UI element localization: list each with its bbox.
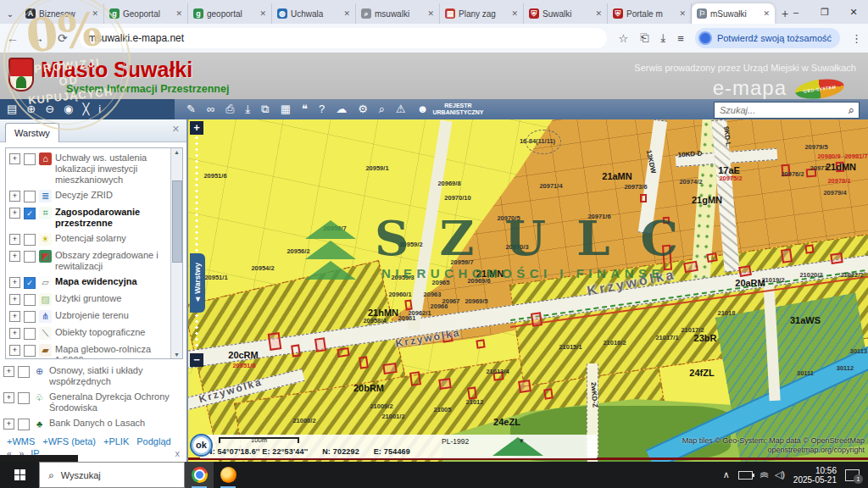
close-button[interactable]: ✕ <box>839 0 868 24</box>
coordinates-pin-icon[interactable]: ⤓ <box>246 99 251 119</box>
tab-close-icon[interactable]: ✕ <box>679 9 686 18</box>
tab-close-icon[interactable]: ✕ <box>763 9 770 18</box>
expander-icon[interactable]: + <box>3 419 14 430</box>
zoom-in-icon[interactable]: ⊕ <box>26 99 36 119</box>
identity-confirmation-pill[interactable]: Potwierdź swoją tożsamość <box>695 28 840 48</box>
browser-tab-0[interactable]: ABiznesow✕ <box>20 3 104 24</box>
playlist-icon[interactable]: ≡ <box>677 32 684 45</box>
reload-icon[interactable]: ⟳ <box>58 31 68 45</box>
zoom-out-button[interactable]: − <box>190 353 203 367</box>
rejestr-urbanistyczny-button[interactable]: REJESTRURBANISTYCZNY <box>428 103 487 116</box>
copy-view-icon[interactable]: ⧉ <box>261 99 269 119</box>
panel-close-icon[interactable]: ✕ <box>172 124 180 135</box>
taskbar-search[interactable]: ⌕ Wyszukaj <box>39 462 185 488</box>
browser-tab-5[interactable]: ▤Plany zag✕ <box>440 3 524 24</box>
tab-close-icon[interactable]: ✕ <box>175 9 182 18</box>
tab-close-icon[interactable]: ✕ <box>259 9 266 18</box>
search-parcel-icon[interactable]: ⌕ <box>379 99 385 119</box>
taskbar-chrome-icon[interactable] <box>185 462 214 488</box>
taskbar-firefox-icon[interactable] <box>214 462 242 488</box>
tab-warstwy[interactable]: Warstwy <box>5 123 59 142</box>
browser-menu-icon[interactable]: ⋮ <box>851 32 862 45</box>
minimize-button[interactable]: – <box>782 0 810 24</box>
zoom-out-icon[interactable]: ⊖ <box>45 99 54 119</box>
map-search-input[interactable] <box>715 105 849 115</box>
browser-tab-3[interactable]: ◍Uchwala✕ <box>272 3 356 24</box>
settings-icon[interactable]: ⚙ <box>358 99 368 119</box>
footer-link-2[interactable]: +PLIK <box>103 436 129 446</box>
tray-chevron-icon[interactable]: ∧ <box>723 469 730 480</box>
previous-view-icon[interactable]: ╳ <box>82 99 89 119</box>
footer-link-1[interactable]: +WFS (beta) <box>42 436 96 446</box>
bookmark-star-icon[interactable]: ☆ <box>618 32 628 45</box>
layout-panels-icon[interactable]: ▦ <box>281 99 291 119</box>
tab-close-icon[interactable]: ✕ <box>511 9 518 18</box>
forward-icon[interactable]: → <box>32 31 44 45</box>
expander-icon[interactable]: + <box>9 328 20 339</box>
browser-tab-1[interactable]: gGeoportal✕ <box>104 3 188 24</box>
expander-icon[interactable]: + <box>9 191 20 202</box>
layer-checkbox[interactable] <box>24 345 36 357</box>
scroll-up-icon[interactable]: ▲ <box>171 149 182 155</box>
panel-collapse-tab[interactable]: ◄ Warstwy <box>190 253 205 313</box>
expander-icon[interactable]: + <box>9 153 20 164</box>
expander-icon[interactable]: + <box>9 294 20 305</box>
feedback-bubble-icon[interactable]: ❝ <box>302 99 308 119</box>
map-search-box[interactable]: ⌕ <box>714 102 860 119</box>
browser-tab-4[interactable]: ⌕msuwalki✕ <box>356 3 440 24</box>
url-field[interactable]: msuwalki.e-mapa.net <box>80 28 608 48</box>
alerts-icon[interactable]: ⚠ <box>396 99 406 119</box>
restore-button[interactable]: ❐ <box>810 0 839 24</box>
map-viewport[interactable]: 20959/120951/620969/820970/1020970/52097… <box>188 119 868 462</box>
expander-icon[interactable]: + <box>3 392 14 403</box>
print-icon[interactable]: ⎙ <box>225 99 234 119</box>
expander-icon[interactable]: + <box>9 345 20 356</box>
layer-checkbox[interactable] <box>18 392 30 404</box>
ok-button[interactable]: ok <box>190 434 213 457</box>
footer-link-3[interactable]: Podgląd <box>136 436 170 446</box>
layer-checkbox[interactable] <box>24 234 36 246</box>
zoom-slider-track[interactable] <box>190 135 203 353</box>
layer-checkbox[interactable] <box>24 311 36 323</box>
taskbar-clock[interactable]: 10:562025-05-21 <box>793 466 837 485</box>
wifi-icon[interactable]: ))) <box>760 473 768 478</box>
measure-icon[interactable]: ✎ <box>186 99 196 119</box>
search-icon[interactable]: ⌕ <box>849 103 854 117</box>
tab-close-icon[interactable]: ✕ <box>427 9 434 18</box>
zoom-in-button[interactable]: + <box>190 121 203 135</box>
layer-checkbox[interactable] <box>24 294 36 306</box>
layer-checkbox[interactable] <box>24 328 36 340</box>
layer-checkbox[interactable] <box>18 366 30 378</box>
footer-link-0[interactable]: +WMS <box>7 436 35 446</box>
battery-icon[interactable] <box>738 471 753 480</box>
browser-tab-6[interactable]: ⛨Suwalki✕ <box>524 3 608 24</box>
layer-checkbox[interactable] <box>24 251 36 263</box>
scrollbar-thumb[interactable] <box>172 180 182 263</box>
layer-checkbox[interactable]: ✓ <box>24 277 36 289</box>
layer-checkbox[interactable] <box>24 153 36 165</box>
crs-selector[interactable]: PL-1992▼ <box>442 437 469 446</box>
link-icon[interactable]: ∞ <box>207 99 214 119</box>
layer-checkbox[interactable] <box>24 191 36 202</box>
expander-icon[interactable]: + <box>9 208 20 219</box>
expander-icon[interactable]: + <box>9 234 20 245</box>
full-extent-icon[interactable]: ◉ <box>64 99 73 119</box>
osm-copyright-link[interactable]: openstreetmap.org/copyright <box>682 446 865 455</box>
notification-center-icon[interactable]: 1 <box>845 469 860 481</box>
speaker-icon[interactable]: ◁) <box>775 469 785 480</box>
info-icon[interactable]: i <box>98 99 101 119</box>
expander-icon[interactable]: + <box>9 277 20 288</box>
layer-checkbox[interactable] <box>18 419 30 430</box>
tab-close-icon[interactable]: ✕ <box>92 9 98 18</box>
layers-icon[interactable]: ▤ <box>7 99 17 119</box>
discussion-icon[interactable]: ☻ <box>417 99 429 119</box>
expander-icon[interactable]: + <box>3 366 14 377</box>
expander-icon[interactable]: + <box>9 311 20 322</box>
side-panel-icon[interactable]: ⎗ <box>640 31 648 45</box>
back-icon[interactable]: ← <box>7 31 19 45</box>
layer-checkbox[interactable]: ✓ <box>24 208 36 219</box>
browser-tab-7[interactable]: ⛨Portale m✕ <box>608 3 692 24</box>
cloud-services-icon[interactable]: ☁ <box>336 99 347 119</box>
panel-nav-close[interactable]: x <box>175 448 181 458</box>
layer-list-scrollbar[interactable]: ▲ ▼ <box>170 148 182 358</box>
